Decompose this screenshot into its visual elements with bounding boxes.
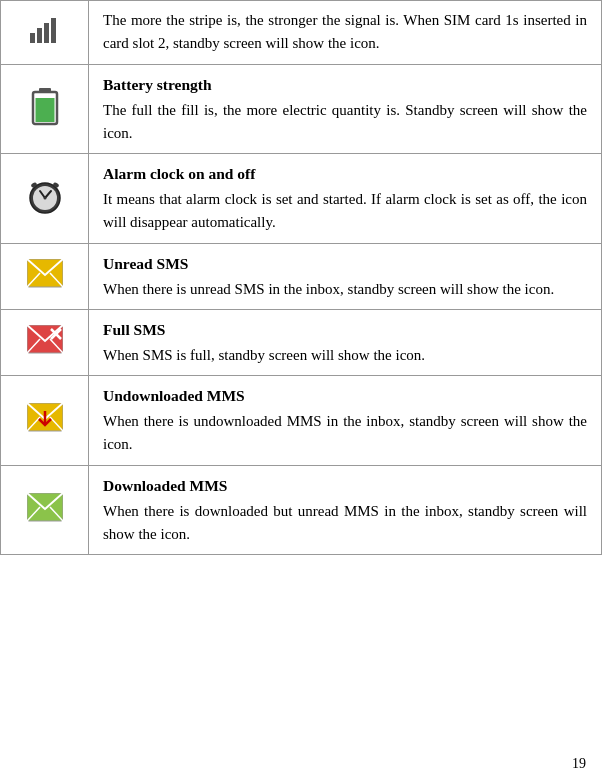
- mms-downloaded-text: When there is downloaded but unread MMS …: [103, 503, 587, 542]
- battery-title: Battery strength: [103, 73, 587, 97]
- text-cell-sms-unread: Unread SMS When there is unread SMS in t…: [89, 243, 602, 309]
- table-row: Alarm clock on and off It means that ala…: [1, 154, 602, 244]
- icon-cell-sms-unread: [1, 243, 89, 309]
- svg-rect-6: [35, 98, 54, 122]
- text-cell-alarm: Alarm clock on and off It means that ala…: [89, 154, 602, 244]
- signal-text: The more the stripe is, the stronger the…: [103, 12, 587, 51]
- icon-cell-mms-undownloaded: [1, 376, 89, 466]
- svg-point-13: [43, 197, 46, 200]
- signal-icon: [28, 13, 62, 47]
- icon-cell-signal: [1, 1, 89, 65]
- sms-unread-title: Unread SMS: [103, 252, 587, 276]
- svg-rect-1: [37, 28, 42, 43]
- page-container: The more the stripe is, the stronger the…: [0, 0, 602, 778]
- sms-unread-text: When there is unread SMS in the inbox, s…: [103, 281, 554, 297]
- icon-cell-sms-full: [1, 309, 89, 375]
- mms-downloaded-title: Downloaded MMS: [103, 474, 587, 498]
- alarm-title: Alarm clock on and off: [103, 162, 587, 186]
- svg-rect-2: [44, 23, 49, 43]
- table-row: Battery strength The full the fill is, t…: [1, 64, 602, 154]
- mms-undownloaded-icon: [27, 403, 63, 433]
- table-row: Full SMS When SMS is full, standby scree…: [1, 309, 602, 375]
- mms-undownloaded-text: When there is undownloaded MMS in the in…: [103, 413, 587, 452]
- svg-rect-3: [51, 18, 56, 43]
- icon-cell-battery: [1, 64, 89, 154]
- table-row: Undownloaded MMS When there is undownloa…: [1, 376, 602, 466]
- content-table: The more the stripe is, the stronger the…: [0, 0, 602, 555]
- mms-downloaded-icon: [27, 493, 63, 523]
- sms-full-icon: [27, 325, 63, 355]
- battery-text: The full the fill is, the more electric …: [103, 102, 587, 141]
- sms-unread-icon: [27, 259, 63, 289]
- table-row: The more the stripe is, the stronger the…: [1, 1, 602, 65]
- icon-cell-alarm: [1, 154, 89, 244]
- text-cell-mms-downloaded: Downloaded MMS When there is downloaded …: [89, 465, 602, 555]
- text-cell-sms-full: Full SMS When SMS is full, standby scree…: [89, 309, 602, 375]
- text-cell-mms-undownloaded: Undownloaded MMS When there is undownloa…: [89, 376, 602, 466]
- battery-icon: [31, 88, 59, 126]
- icon-cell-mms-downloaded: [1, 465, 89, 555]
- sms-full-text: When SMS is full, standby screen will sh…: [103, 347, 425, 363]
- mms-undownloaded-title: Undownloaded MMS: [103, 384, 587, 408]
- table-row: Downloaded MMS When there is downloaded …: [1, 465, 602, 555]
- svg-rect-0: [30, 33, 35, 43]
- alarm-icon: [26, 177, 64, 215]
- table-row: Unread SMS When there is unread SMS in t…: [1, 243, 602, 309]
- alarm-text: It means that alarm clock is set and sta…: [103, 191, 587, 230]
- text-cell-signal: The more the stripe is, the stronger the…: [89, 1, 602, 65]
- page-number: 19: [572, 756, 586, 772]
- text-cell-battery: Battery strength The full the fill is, t…: [89, 64, 602, 154]
- sms-full-title: Full SMS: [103, 318, 587, 342]
